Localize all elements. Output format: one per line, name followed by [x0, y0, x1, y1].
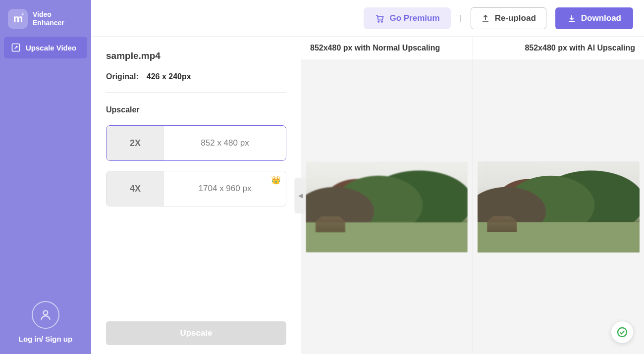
reupload-label: Re-upload	[495, 13, 536, 23]
preview-ai: 852x480 px with AI Upscaling	[473, 37, 644, 354]
go-premium-button[interactable]: Go Premium	[364, 7, 450, 29]
preview-ai-body	[473, 59, 644, 354]
option-resolution: 1704 x 960 px	[164, 171, 286, 206]
upscaler-label: Upscaler	[106, 105, 286, 114]
upscale-option-4x[interactable]: 4X 1704 x 960 px 👑	[106, 171, 286, 206]
go-premium-label: Go Premium	[389, 13, 439, 23]
original-row: Original: 426 x 240px	[106, 72, 286, 81]
compare-handle[interactable]: ◀	[295, 178, 305, 213]
sidebar: m + Video Enhancer Upscale Video Log in/…	[0, 0, 91, 354]
svg-point-2	[378, 21, 379, 22]
preview-area: 852x480 px with Normal Upscaling ◀ 852x4…	[301, 37, 644, 354]
success-badge	[611, 321, 633, 343]
app-logo: m + Video Enhancer	[4, 4, 87, 37]
upscale-video-label: Upscale Video	[26, 44, 76, 52]
preview-ai-image	[478, 161, 640, 253]
preview-normal-title: 852x480 px with Normal Upscaling	[301, 37, 473, 59]
topbar-divider: |	[460, 14, 462, 23]
topbar: Go Premium | Re-upload Download	[91, 0, 644, 37]
preview-normal-body	[301, 59, 473, 354]
download-icon	[567, 14, 576, 23]
logo-plus-icon: +	[21, 11, 24, 17]
main: Go Premium | Re-upload Download sample.m…	[91, 0, 644, 354]
preview-normal-image	[306, 161, 468, 253]
download-label: Download	[581, 13, 621, 23]
upscale-option-2x[interactable]: 2X 852 x 480 px	[106, 125, 286, 161]
original-label: Original:	[106, 72, 139, 81]
app-name-line2: Enhancer	[33, 19, 64, 27]
crown-icon: 👑	[271, 175, 281, 185]
preview-normal: 852x480 px with Normal Upscaling ◀	[301, 37, 473, 354]
settings-panel: sample.mp4 Original: 426 x 240px Upscale…	[91, 37, 301, 354]
login-label: Log in/ Sign up	[19, 335, 72, 343]
preview-ai-title: 852x480 px with AI Upscaling	[473, 37, 644, 59]
reupload-button[interactable]: Re-upload	[471, 7, 546, 29]
app-name: Video Enhancer	[33, 10, 64, 27]
check-icon	[616, 326, 628, 338]
upscale-icon	[11, 43, 21, 52]
logo-icon: m +	[8, 9, 28, 29]
filename: sample.mp4	[106, 51, 286, 61]
avatar-icon	[32, 301, 59, 329]
upscale-button[interactable]: Upscale	[106, 321, 286, 345]
upload-icon	[481, 14, 490, 23]
divider-line	[106, 92, 286, 93]
svg-point-1	[44, 310, 48, 315]
option-resolution: 852 x 480 px	[164, 126, 286, 160]
download-button[interactable]: Download	[555, 7, 633, 29]
option-multiplier: 4X	[107, 171, 164, 206]
content: sample.mp4 Original: 426 x 240px Upscale…	[91, 37, 644, 354]
option-multiplier: 2X	[107, 126, 164, 160]
svg-point-3	[381, 21, 382, 22]
app-name-line1: Video	[33, 10, 64, 19]
upscale-video-nav[interactable]: Upscale Video	[4, 37, 87, 58]
cart-icon	[375, 13, 384, 23]
login-area[interactable]: Log in/ Sign up	[4, 301, 87, 350]
original-value: 426 x 240px	[147, 72, 191, 81]
